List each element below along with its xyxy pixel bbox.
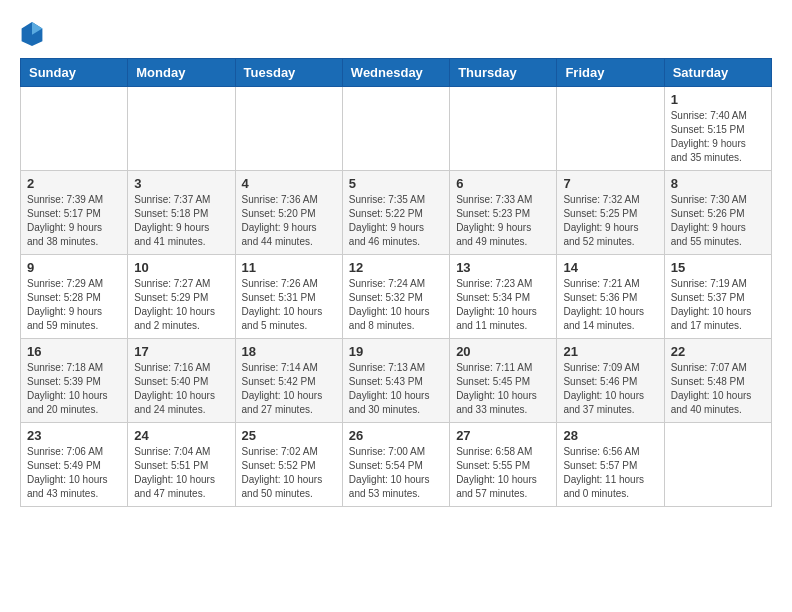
day-cell: 7Sunrise: 7:32 AM Sunset: 5:25 PM Daylig… <box>557 171 664 255</box>
day-number: 4 <box>242 176 336 191</box>
day-info: Sunrise: 6:58 AM Sunset: 5:55 PM Dayligh… <box>456 445 550 501</box>
header-row: SundayMondayTuesdayWednesdayThursdayFrid… <box>21 59 772 87</box>
day-number: 21 <box>563 344 657 359</box>
day-info: Sunrise: 7:07 AM Sunset: 5:48 PM Dayligh… <box>671 361 765 417</box>
day-cell: 19Sunrise: 7:13 AM Sunset: 5:43 PM Dayli… <box>342 339 449 423</box>
day-info: Sunrise: 7:23 AM Sunset: 5:34 PM Dayligh… <box>456 277 550 333</box>
day-number: 20 <box>456 344 550 359</box>
day-cell: 24Sunrise: 7:04 AM Sunset: 5:51 PM Dayli… <box>128 423 235 507</box>
day-info: Sunrise: 7:11 AM Sunset: 5:45 PM Dayligh… <box>456 361 550 417</box>
day-number: 11 <box>242 260 336 275</box>
header-day-friday: Friday <box>557 59 664 87</box>
day-cell <box>21 87 128 171</box>
day-info: Sunrise: 7:14 AM Sunset: 5:42 PM Dayligh… <box>242 361 336 417</box>
day-number: 12 <box>349 260 443 275</box>
day-cell <box>128 87 235 171</box>
day-number: 16 <box>27 344 121 359</box>
day-cell: 3Sunrise: 7:37 AM Sunset: 5:18 PM Daylig… <box>128 171 235 255</box>
day-cell: 17Sunrise: 7:16 AM Sunset: 5:40 PM Dayli… <box>128 339 235 423</box>
day-number: 9 <box>27 260 121 275</box>
day-cell: 16Sunrise: 7:18 AM Sunset: 5:39 PM Dayli… <box>21 339 128 423</box>
day-cell: 10Sunrise: 7:27 AM Sunset: 5:29 PM Dayli… <box>128 255 235 339</box>
day-number: 27 <box>456 428 550 443</box>
page-header <box>20 20 772 48</box>
day-number: 2 <box>27 176 121 191</box>
day-number: 25 <box>242 428 336 443</box>
day-info: Sunrise: 6:56 AM Sunset: 5:57 PM Dayligh… <box>563 445 657 501</box>
day-cell: 22Sunrise: 7:07 AM Sunset: 5:48 PM Dayli… <box>664 339 771 423</box>
calendar-header: SundayMondayTuesdayWednesdayThursdayFrid… <box>21 59 772 87</box>
day-info: Sunrise: 7:39 AM Sunset: 5:17 PM Dayligh… <box>27 193 121 249</box>
day-number: 13 <box>456 260 550 275</box>
day-info: Sunrise: 7:36 AM Sunset: 5:20 PM Dayligh… <box>242 193 336 249</box>
day-info: Sunrise: 7:13 AM Sunset: 5:43 PM Dayligh… <box>349 361 443 417</box>
day-cell: 4Sunrise: 7:36 AM Sunset: 5:20 PM Daylig… <box>235 171 342 255</box>
day-number: 6 <box>456 176 550 191</box>
day-cell: 6Sunrise: 7:33 AM Sunset: 5:23 PM Daylig… <box>450 171 557 255</box>
calendar-table: SundayMondayTuesdayWednesdayThursdayFrid… <box>20 58 772 507</box>
day-cell: 15Sunrise: 7:19 AM Sunset: 5:37 PM Dayli… <box>664 255 771 339</box>
day-cell: 14Sunrise: 7:21 AM Sunset: 5:36 PM Dayli… <box>557 255 664 339</box>
day-number: 14 <box>563 260 657 275</box>
day-info: Sunrise: 7:26 AM Sunset: 5:31 PM Dayligh… <box>242 277 336 333</box>
day-info: Sunrise: 7:18 AM Sunset: 5:39 PM Dayligh… <box>27 361 121 417</box>
day-info: Sunrise: 7:04 AM Sunset: 5:51 PM Dayligh… <box>134 445 228 501</box>
day-number: 22 <box>671 344 765 359</box>
day-number: 26 <box>349 428 443 443</box>
day-info: Sunrise: 7:27 AM Sunset: 5:29 PM Dayligh… <box>134 277 228 333</box>
day-info: Sunrise: 7:37 AM Sunset: 5:18 PM Dayligh… <box>134 193 228 249</box>
week-row-4: 23Sunrise: 7:06 AM Sunset: 5:49 PM Dayli… <box>21 423 772 507</box>
day-number: 24 <box>134 428 228 443</box>
header-day-sunday: Sunday <box>21 59 128 87</box>
calendar-body: 1Sunrise: 7:40 AM Sunset: 5:15 PM Daylig… <box>21 87 772 507</box>
day-cell: 11Sunrise: 7:26 AM Sunset: 5:31 PM Dayli… <box>235 255 342 339</box>
header-day-saturday: Saturday <box>664 59 771 87</box>
day-number: 28 <box>563 428 657 443</box>
day-cell: 5Sunrise: 7:35 AM Sunset: 5:22 PM Daylig… <box>342 171 449 255</box>
logo-icon <box>20 20 44 48</box>
day-info: Sunrise: 7:40 AM Sunset: 5:15 PM Dayligh… <box>671 109 765 165</box>
header-day-thursday: Thursday <box>450 59 557 87</box>
day-number: 1 <box>671 92 765 107</box>
day-info: Sunrise: 7:06 AM Sunset: 5:49 PM Dayligh… <box>27 445 121 501</box>
day-number: 8 <box>671 176 765 191</box>
day-number: 3 <box>134 176 228 191</box>
day-number: 10 <box>134 260 228 275</box>
day-cell: 8Sunrise: 7:30 AM Sunset: 5:26 PM Daylig… <box>664 171 771 255</box>
day-cell: 21Sunrise: 7:09 AM Sunset: 5:46 PM Dayli… <box>557 339 664 423</box>
day-info: Sunrise: 7:21 AM Sunset: 5:36 PM Dayligh… <box>563 277 657 333</box>
day-cell <box>450 87 557 171</box>
day-info: Sunrise: 7:02 AM Sunset: 5:52 PM Dayligh… <box>242 445 336 501</box>
day-info: Sunrise: 7:09 AM Sunset: 5:46 PM Dayligh… <box>563 361 657 417</box>
day-cell: 1Sunrise: 7:40 AM Sunset: 5:15 PM Daylig… <box>664 87 771 171</box>
day-cell <box>557 87 664 171</box>
day-info: Sunrise: 7:32 AM Sunset: 5:25 PM Dayligh… <box>563 193 657 249</box>
day-number: 7 <box>563 176 657 191</box>
day-number: 18 <box>242 344 336 359</box>
day-cell: 27Sunrise: 6:58 AM Sunset: 5:55 PM Dayli… <box>450 423 557 507</box>
day-number: 15 <box>671 260 765 275</box>
day-number: 23 <box>27 428 121 443</box>
day-number: 5 <box>349 176 443 191</box>
day-cell: 13Sunrise: 7:23 AM Sunset: 5:34 PM Dayli… <box>450 255 557 339</box>
day-cell: 23Sunrise: 7:06 AM Sunset: 5:49 PM Dayli… <box>21 423 128 507</box>
day-info: Sunrise: 7:29 AM Sunset: 5:28 PM Dayligh… <box>27 277 121 333</box>
day-info: Sunrise: 7:35 AM Sunset: 5:22 PM Dayligh… <box>349 193 443 249</box>
day-cell: 18Sunrise: 7:14 AM Sunset: 5:42 PM Dayli… <box>235 339 342 423</box>
day-info: Sunrise: 7:16 AM Sunset: 5:40 PM Dayligh… <box>134 361 228 417</box>
header-day-wednesday: Wednesday <box>342 59 449 87</box>
day-number: 19 <box>349 344 443 359</box>
day-number: 17 <box>134 344 228 359</box>
day-info: Sunrise: 7:00 AM Sunset: 5:54 PM Dayligh… <box>349 445 443 501</box>
header-day-tuesday: Tuesday <box>235 59 342 87</box>
day-cell: 9Sunrise: 7:29 AM Sunset: 5:28 PM Daylig… <box>21 255 128 339</box>
day-cell: 20Sunrise: 7:11 AM Sunset: 5:45 PM Dayli… <box>450 339 557 423</box>
week-row-1: 2Sunrise: 7:39 AM Sunset: 5:17 PM Daylig… <box>21 171 772 255</box>
week-row-3: 16Sunrise: 7:18 AM Sunset: 5:39 PM Dayli… <box>21 339 772 423</box>
day-info: Sunrise: 7:33 AM Sunset: 5:23 PM Dayligh… <box>456 193 550 249</box>
day-cell: 2Sunrise: 7:39 AM Sunset: 5:17 PM Daylig… <box>21 171 128 255</box>
day-info: Sunrise: 7:30 AM Sunset: 5:26 PM Dayligh… <box>671 193 765 249</box>
day-cell: 28Sunrise: 6:56 AM Sunset: 5:57 PM Dayli… <box>557 423 664 507</box>
day-cell: 25Sunrise: 7:02 AM Sunset: 5:52 PM Dayli… <box>235 423 342 507</box>
logo <box>20 20 48 48</box>
